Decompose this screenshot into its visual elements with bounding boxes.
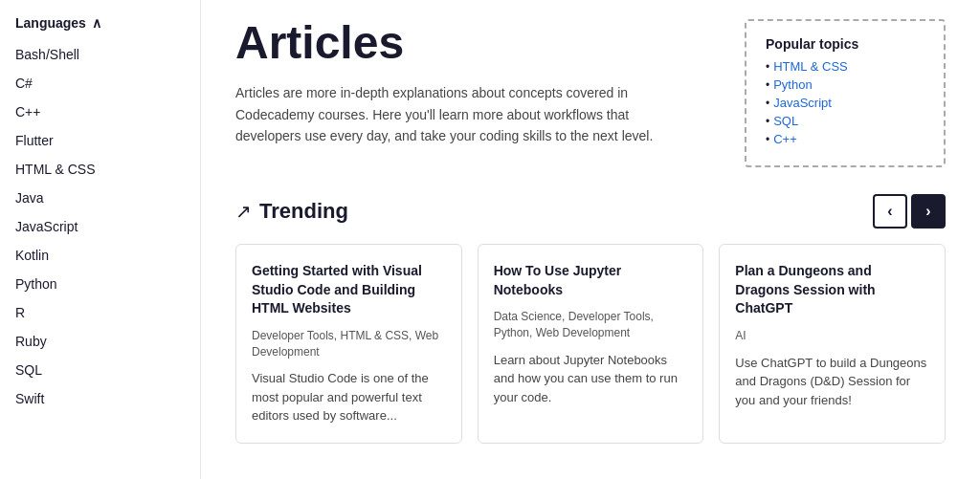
popular-topics-box: Popular topics HTML & CSSPythonJavaScrip… xyxy=(745,19,946,167)
sidebar-item-javascript[interactable]: JavaScript xyxy=(15,212,185,241)
card-title: Getting Started with Visual Studio Code … xyxy=(252,262,446,318)
chevron-up-icon: ∧ xyxy=(92,15,101,31)
sidebar-item-kotlin[interactable]: Kotlin xyxy=(15,241,185,270)
popular-topic-item: HTML & CSS xyxy=(766,59,924,74)
sidebar-item-c-[interactable]: C# xyxy=(15,69,185,98)
popular-topic-item: Python xyxy=(766,77,924,92)
articles-intro: Articles Articles are more in-depth expl… xyxy=(235,19,714,147)
main-content: Articles Articles are more in-depth expl… xyxy=(201,0,980,479)
popular-topics-list: HTML & CSSPythonJavaScriptSQLC++ xyxy=(766,59,924,146)
popular-topic-link[interactable]: Python xyxy=(773,77,812,92)
trending-title-group: ↗ Trending xyxy=(235,199,348,224)
sidebar-item-python[interactable]: Python xyxy=(15,270,185,298)
sidebar-item-bash-shell[interactable]: Bash/Shell xyxy=(15,40,185,69)
sidebar-item-flutter[interactable]: Flutter xyxy=(15,126,185,155)
card-tags: AI xyxy=(735,328,929,344)
popular-topic-link[interactable]: C++ xyxy=(773,132,797,146)
popular-topics-title: Popular topics xyxy=(766,36,924,52)
popular-topic-link[interactable]: SQL xyxy=(773,114,798,128)
popular-topic-item: C++ xyxy=(766,132,924,146)
sidebar-languages-header[interactable]: Languages ∧ xyxy=(15,0,185,40)
card-tags: Developer Tools, HTML & CSS, Web Develop… xyxy=(252,328,446,360)
sidebar-item-ruby[interactable]: Ruby xyxy=(15,327,185,356)
sidebar-item-html---css[interactable]: HTML & CSS xyxy=(15,155,185,184)
sidebar-item-sql[interactable]: SQL xyxy=(15,356,185,384)
prev-arrow-button[interactable]: ‹ xyxy=(873,194,907,229)
popular-topic-link[interactable]: HTML & CSS xyxy=(773,59,848,74)
trending-cards-row: Getting Started with Visual Studio Code … xyxy=(235,244,946,444)
page-title: Articles xyxy=(235,19,714,67)
nav-arrows: ‹ › xyxy=(873,194,946,229)
card-title: Plan a Dungeons and Dragons Session with… xyxy=(735,262,929,318)
card-description: Learn about Jupyter Notebooks and how yo… xyxy=(494,351,688,407)
article-card-2[interactable]: Plan a Dungeons and Dragons Session with… xyxy=(719,244,946,444)
popular-topic-link[interactable]: JavaScript xyxy=(773,96,832,110)
sidebar-item-r[interactable]: R xyxy=(15,298,185,327)
popular-topic-item: JavaScript xyxy=(766,96,924,110)
article-card-1[interactable]: How To Use Jupyter NotebooksData Science… xyxy=(478,244,704,444)
sidebar-item-swift[interactable]: Swift xyxy=(15,384,185,413)
sidebar-item-c--[interactable]: C++ xyxy=(15,98,185,126)
articles-description: Articles are more in-depth explanations … xyxy=(235,82,676,146)
card-title: How To Use Jupyter Notebooks xyxy=(494,262,688,299)
sidebar-section-label: Languages xyxy=(15,15,86,31)
card-description: Use ChatGPT to build a Dungeons and Drag… xyxy=(735,354,929,410)
sidebar-item-java[interactable]: Java xyxy=(15,184,185,212)
article-card-0[interactable]: Getting Started with Visual Studio Code … xyxy=(235,244,462,444)
card-description: Visual Studio Code is one of the most po… xyxy=(252,369,446,425)
trending-title: Trending xyxy=(259,199,348,224)
sidebar-items-list: Bash/ShellC#C++FlutterHTML & CSSJavaJava… xyxy=(15,40,185,413)
card-tags: Data Science, Developer Tools, Python, W… xyxy=(494,309,688,341)
trending-header: ↗ Trending ‹ › xyxy=(235,194,946,229)
popular-topic-item: SQL xyxy=(766,114,924,128)
top-area: Articles Articles are more in-depth expl… xyxy=(235,19,946,167)
sidebar: Languages ∧ Bash/ShellC#C++FlutterHTML &… xyxy=(0,0,201,479)
next-arrow-button[interactable]: › xyxy=(911,194,946,229)
trending-icon: ↗ xyxy=(235,200,252,223)
